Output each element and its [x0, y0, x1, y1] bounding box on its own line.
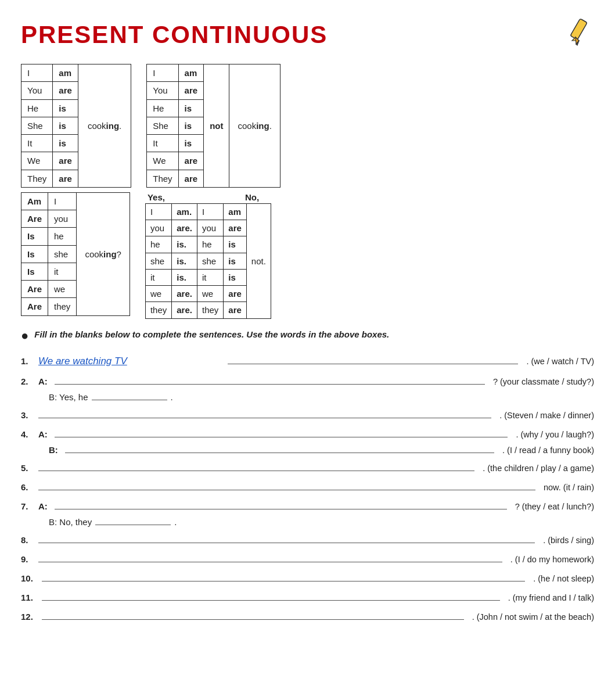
- ex-fill-3: [38, 408, 491, 418]
- ex-4b: B: . (I / read / a funny book): [49, 443, 594, 455]
- ex-hint-6: now. (it / rain): [544, 483, 594, 492]
- ex-fill-7b: [95, 515, 171, 525]
- ex-fill-4b: [65, 443, 494, 453]
- ex-hint-9: . (I / do my homework): [510, 555, 594, 564]
- title-row: PRESENT CONTINUOUS: [21, 16, 594, 53]
- ex-4a: 4. A: . (why / you / laugh?): [21, 427, 594, 439]
- exercise-item-4: 4. A: . (why / you / laugh?) B: . (I / r…: [21, 427, 594, 455]
- instruction-text: Fill in the blanks below to complete the…: [34, 329, 389, 339]
- ex-num-6: 6.: [21, 482, 35, 492]
- ex-hint-4b: . (I / read / a funny book): [502, 446, 594, 455]
- question-table: Am I cooking? Are you Is he Is she Is it…: [21, 192, 130, 316]
- ex-fill-5: [38, 461, 474, 471]
- ex-label-4a: A:: [38, 429, 51, 439]
- ex-hint-11: . (my friend and I / talk): [508, 593, 594, 602]
- exercise-item-6: 6. now. (it / rain): [21, 480, 594, 492]
- ex-label-2b: B: Yes, he: [49, 392, 88, 402]
- ex-fill-11: [42, 590, 500, 601]
- ex-answer-1: We are watching TV: [38, 356, 224, 367]
- ex-hint-4a: . (why / you / laugh?): [516, 430, 594, 439]
- exercise-item-9: 9. . (I / do my homework): [21, 552, 594, 564]
- ex-fill-6: [38, 480, 535, 490]
- ex-num-2: 2.: [21, 376, 35, 386]
- yes-no-headers: Yes, No,: [145, 192, 271, 202]
- ex-num-4: 4.: [21, 429, 35, 439]
- ex-7a: 7. A: ? (they / eat / lunch?): [21, 499, 594, 511]
- exercise-item-12: 12. . (John / not swim / at the beach): [21, 609, 594, 622]
- ex-label-7a: A:: [38, 501, 51, 511]
- ex-hint-1: . (we / watch / TV): [526, 357, 594, 366]
- ex-fill-4a: [55, 427, 508, 437]
- negative-table: I am not cooking. You are He is She is I…: [146, 64, 280, 188]
- ex-fill-1: [228, 354, 518, 364]
- ex-num-1: 1.: [21, 356, 35, 366]
- short-answers-table: I am. I am not. you are. you are he is. …: [145, 203, 271, 319]
- exercise-item-11: 11. . (my friend and I / talk): [21, 590, 594, 602]
- ex-hint-3: . (Steven / make / dinner): [499, 411, 594, 420]
- question-short-answer-area: Am I cooking? Are you Is he Is she Is it…: [21, 192, 594, 319]
- bullet-point: ●: [21, 328, 28, 343]
- grammar-tables-area: I am cooking. You are He is She is It is…: [21, 64, 594, 188]
- ex-num-12: 12.: [21, 612, 38, 622]
- instruction-row: ● Fill in the blanks below to complete t…: [21, 329, 594, 343]
- ex-hint-8: . (birds / sing): [543, 536, 594, 545]
- ex-label-2a: A:: [38, 376, 51, 386]
- yes-header: Yes,: [145, 192, 243, 202]
- ex-num-8: 8.: [21, 535, 35, 545]
- exercise-item-3: 3. . (Steven / make / dinner): [21, 408, 594, 420]
- exercise-item-8: 8. . (birds / sing): [21, 533, 594, 545]
- page-title: PRESENT CONTINUOUS: [21, 21, 328, 49]
- no-header: No,: [243, 192, 259, 202]
- ex-hint-5: . (the children / play / a game): [483, 464, 594, 473]
- ex-hint-7a: ? (they / eat / lunch?): [515, 502, 594, 511]
- ex-fill-8: [38, 533, 535, 543]
- ex-num-7: 7.: [21, 501, 35, 511]
- exercise-item-10: 10. . (he / not sleep): [21, 571, 594, 583]
- ex-fill-12: [42, 609, 464, 620]
- ex-2b: B: Yes, he .: [49, 390, 594, 402]
- ex-label-7b: B: No, they: [49, 517, 92, 527]
- ex-label-4b: B:: [49, 445, 62, 455]
- svg-rect-0: [570, 19, 587, 40]
- ex-hint-12: . (John / not swim / at the beach): [472, 612, 594, 622]
- exercise-item-7: 7. A: ? (they / eat / lunch?) B: No, the…: [21, 499, 594, 527]
- pencil-icon: [563, 16, 594, 53]
- ex-fill-7a: [55, 499, 507, 509]
- affirmative-table: I am cooking. You are He is She is It is…: [21, 64, 131, 188]
- ex-num-11: 11.: [21, 593, 38, 602]
- ex-num-9: 9.: [21, 554, 35, 564]
- exercise-list: 1. We are watching TV . (we / watch / TV…: [21, 354, 594, 622]
- exercise-item-5: 5. . (the children / play / a game): [21, 461, 594, 473]
- short-answers-wrapper: Yes, No, I am. I am not. you are. you ar…: [145, 192, 271, 319]
- ex-period-2b: .: [171, 392, 173, 402]
- ex-num-3: 3.: [21, 410, 35, 420]
- ex-fill-2b: [92, 390, 167, 400]
- exercise-item-1: 1. We are watching TV . (we / watch / TV…: [21, 354, 594, 367]
- ex-7b: B: No, they .: [49, 515, 594, 527]
- ex-num-10: 10.: [21, 573, 38, 583]
- ex-fill-2a: [55, 374, 485, 385]
- ex-num-5: 5.: [21, 463, 35, 473]
- ex-fill-10: [42, 571, 525, 581]
- exercise-item-2: 2. A: ? (your classmate / study?) B: Yes…: [21, 374, 594, 402]
- ex-fill-9: [38, 552, 502, 562]
- ex-period-7b: .: [174, 517, 177, 527]
- ex-hint-2a: ? (your classmate / study?): [493, 377, 594, 386]
- ex-hint-10: . (he / not sleep): [533, 574, 594, 583]
- ex-2a: 2. A: ? (your classmate / study?): [21, 374, 594, 386]
